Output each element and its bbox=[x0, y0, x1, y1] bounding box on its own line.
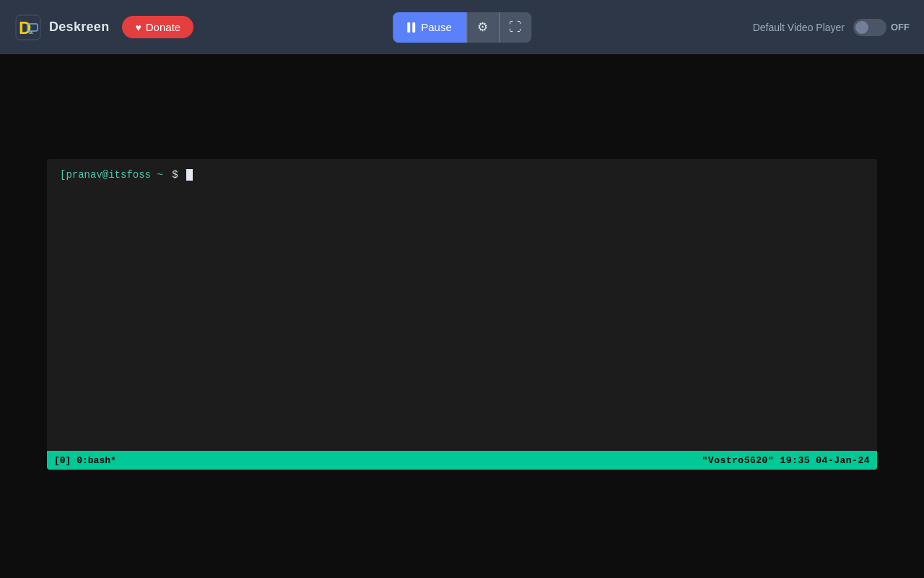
donate-button[interactable]: ♥ Donate bbox=[122, 16, 193, 38]
app-name-label: Deskreen bbox=[49, 20, 109, 35]
settings-icon: ⚙ bbox=[477, 20, 488, 35]
prompt-dir: ~ bbox=[151, 169, 163, 181]
donate-label: Donate bbox=[146, 21, 180, 33]
status-right: "Vostro5620" 19:35 04-Jan-24 bbox=[702, 455, 870, 466]
terminal-statusbar: [0] 0:bash* "Vostro5620" 19:35 04-Jan-24 bbox=[47, 451, 877, 470]
settings-button[interactable]: ⚙ bbox=[467, 12, 499, 43]
pause-button[interactable]: Pause bbox=[393, 12, 466, 43]
terminal-prompt-line: [pranav@itsfoss ~ $ bbox=[60, 169, 864, 181]
default-video-toggle[interactable] bbox=[853, 19, 886, 36]
toggle-state-label: OFF bbox=[891, 22, 910, 33]
terminal-window: [pranav@itsfoss ~ $ [0] 0:bash* "Vostro5… bbox=[47, 159, 877, 470]
toggle-knob bbox=[855, 21, 868, 34]
default-video-label: Default Video Player bbox=[753, 22, 845, 33]
logo-area: D Deskreen bbox=[14, 14, 109, 41]
prompt-symbol: $ bbox=[166, 169, 184, 181]
fullscreen-icon: ⛶ bbox=[509, 20, 521, 35]
heart-icon: ♥ bbox=[135, 22, 141, 33]
status-session-label: [0] 0:bash* bbox=[54, 455, 116, 466]
svg-text:D: D bbox=[19, 18, 31, 38]
main-content: [pranav@itsfoss ~ $ [0] 0:bash* "Vostro5… bbox=[0, 54, 924, 578]
prompt-user: [pranav@itsfoss bbox=[60, 169, 151, 181]
app-logo-icon: D bbox=[14, 14, 42, 41]
status-left: [0] 0:bash* bbox=[54, 455, 116, 466]
center-controls: Pause ⚙ ⛶ bbox=[393, 12, 531, 43]
pause-icon bbox=[407, 22, 415, 33]
fullscreen-button[interactable]: ⛶ bbox=[500, 12, 531, 43]
terminal-body: [pranav@itsfoss ~ $ bbox=[47, 159, 877, 451]
toggle-container: OFF bbox=[853, 19, 910, 36]
right-controls: Default Video Player OFF bbox=[753, 19, 910, 36]
pause-label: Pause bbox=[421, 21, 452, 33]
terminal-cursor bbox=[186, 169, 193, 181]
navbar: D Deskreen ♥ Donate Pause ⚙ ⛶ bbox=[0, 0, 924, 54]
